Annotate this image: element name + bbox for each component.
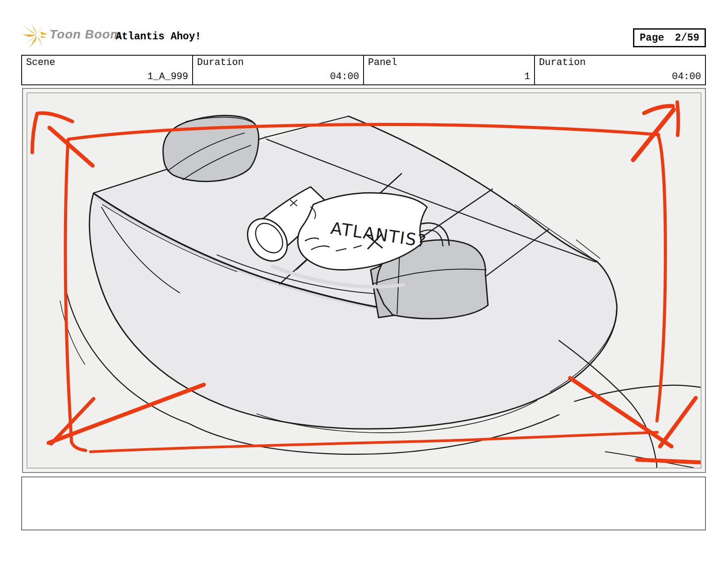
panel-duration-value: 04:00 xyxy=(672,72,701,82)
panel-duration-label: Duration xyxy=(539,57,701,68)
storyboard-panel-frame: ATLANTIS? xyxy=(22,88,706,473)
scene-label: Scene xyxy=(26,57,188,68)
info-cell-scene: Scene 1_A_999 xyxy=(22,56,192,84)
arrow-top-right-head xyxy=(644,106,673,113)
arrow-bottom-right-bar xyxy=(637,460,700,462)
storyboard-drawing: ATLANTIS? xyxy=(27,93,701,468)
panel-value: 1 xyxy=(524,72,530,82)
info-cell-panel: Panel 1 xyxy=(363,56,534,84)
frame-left-line xyxy=(65,140,86,450)
arrow-top-right-tick xyxy=(677,102,678,135)
scene-duration-value: 04:00 xyxy=(330,72,359,82)
arrow-bottom-right-barb xyxy=(660,398,696,446)
toon-boom-logo-icon xyxy=(22,24,48,49)
scene-duration-label: Duration xyxy=(197,57,359,68)
arrow-top-left-stem xyxy=(49,128,93,166)
page-value: 2/59 xyxy=(675,32,699,44)
storyboard-page: { "header": { "brand": "Toon Boom", "tit… xyxy=(0,0,728,564)
arrow-bottom-left-stem xyxy=(49,385,204,443)
panel-label: Panel xyxy=(368,57,530,68)
storyboard-panel: ATLANTIS? xyxy=(27,92,701,469)
scene-value: 1_A_999 xyxy=(148,72,188,82)
info-table: Scene 1_A_999 Duration 04:00 Panel 1 Dur… xyxy=(21,55,706,85)
page-indicator: Page 2/59 xyxy=(633,28,706,47)
info-cell-panel-duration: Duration 04:00 xyxy=(534,56,705,84)
brand-wordmark: Toon Boom xyxy=(49,27,121,42)
project-title: Atlantis Ahoy! xyxy=(116,31,201,42)
caption-box xyxy=(21,476,706,530)
info-cell-scene-duration: Duration 04:00 xyxy=(192,56,363,84)
frame-right-line xyxy=(657,134,665,421)
page-label: Page xyxy=(640,32,664,44)
frame-bottom-line xyxy=(91,432,657,452)
